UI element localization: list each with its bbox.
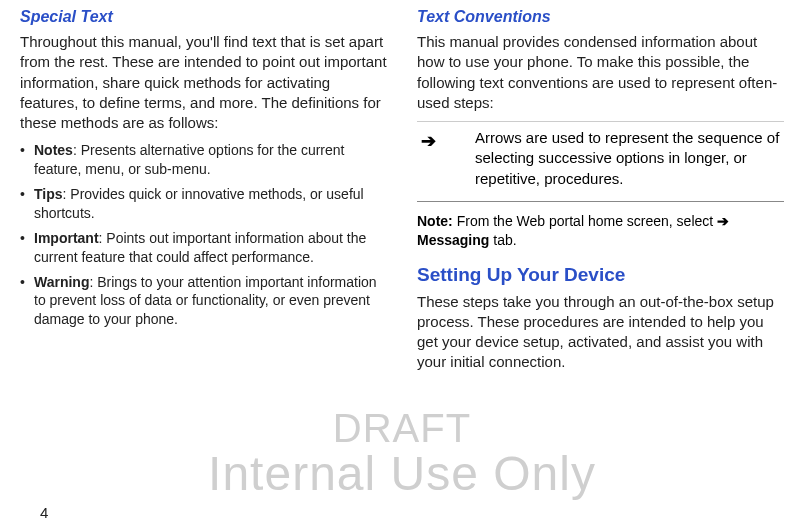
note-block: Note: From the Web portal home screen, s…: [417, 212, 784, 250]
list-item: Notes: Presents alternative options for …: [20, 141, 387, 179]
list-item: Important: Points out important informat…: [20, 229, 387, 267]
note-messaging: Messaging: [417, 232, 489, 248]
bullet-desc: : Provides quick or innovative methods, …: [34, 186, 364, 221]
list-item: Warning: Brings to your attention import…: [20, 273, 387, 330]
bullet-desc: : Presents alternative options for the c…: [34, 142, 345, 177]
setting-up-body: These steps take you through an out-of-t…: [417, 292, 784, 373]
arrow-icon: ➔: [421, 128, 451, 189]
convention-row: ➔ Arrows are used to represent the seque…: [417, 121, 784, 202]
bullet-term: Warning: [34, 274, 89, 290]
left-column: Special Text Throughout this manual, you…: [20, 8, 387, 381]
right-column: Text Conventions This manual provides co…: [417, 8, 784, 381]
arrow-icon: ➔: [717, 213, 729, 229]
note-text-pre: From the Web portal home screen, select: [453, 213, 717, 229]
text-conventions-intro: This manual provides condensed informati…: [417, 32, 784, 113]
list-item: Tips: Provides quick or innovative metho…: [20, 185, 387, 223]
bullet-term: Tips: [34, 186, 63, 202]
draft-watermark: DRAFT Internal Use Only: [0, 407, 804, 499]
note-text-post: tab.: [489, 232, 516, 248]
page-columns: Special Text Throughout this manual, you…: [0, 0, 804, 381]
special-text-bullets: Notes: Presents alternative options for …: [20, 141, 387, 329]
text-conventions-heading: Text Conventions: [417, 8, 784, 26]
special-text-intro: Throughout this manual, you'll find text…: [20, 32, 387, 133]
special-text-heading: Special Text: [20, 8, 387, 26]
bullet-term: Notes: [34, 142, 73, 158]
note-label: Note:: [417, 213, 453, 229]
bullet-term: Important: [34, 230, 99, 246]
watermark-line2: Internal Use Only: [0, 449, 804, 499]
convention-desc: Arrows are used to represent the sequenc…: [475, 128, 780, 189]
setting-up-heading: Setting Up Your Device: [417, 264, 784, 286]
watermark-line1: DRAFT: [0, 407, 804, 449]
page-number: 4: [40, 504, 48, 521]
